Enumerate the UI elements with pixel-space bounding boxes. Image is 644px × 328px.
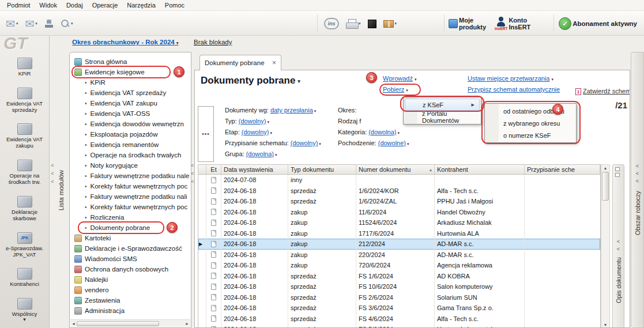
tree-item[interactable]: Kartoteki — [70, 233, 191, 243]
module-item[interactable]: Deklaracje skarbowe — [1, 196, 48, 221]
module-list-tab[interactable]: Lista modułów — [58, 144, 65, 236]
tree-item[interactable]: vendero — [70, 285, 191, 295]
table-row[interactable]: 2024-06-18zakup11/6/2024Handel Obwoźny — [198, 207, 600, 218]
panel-icon[interactable] — [615, 167, 620, 171]
scrollbar-thumb[interactable] — [77, 321, 159, 326]
zatwierdz-schemat-link[interactable]: 1Zatwierdź schemat — [575, 88, 630, 95]
grid-header-cell[interactable]: Numer dokumentu▴ — [356, 165, 435, 174]
opis-dokumentu-tab[interactable]: < < Opis dokumentu — [612, 164, 624, 328]
receive-mail-button[interactable]: ✉ ▾ — [6, 18, 18, 29]
obszar-roboczy-tab[interactable]: < < < Obszar roboczy — [631, 52, 644, 328]
menubar-item[interactable]: Podmiot — [2, 1, 35, 10]
submenu-item[interactable]: z wybranego okresu — [486, 117, 575, 129]
scrollbar-thumb[interactable] — [602, 172, 609, 201]
chevron-down-icon[interactable]: ▾ — [71, 21, 73, 26]
table-row[interactable]: 2024-06-18sprzedażFS 3/6/2024Gama Trans … — [198, 303, 600, 314]
tree-item[interactable]: •Eksploatacja pojazdów — [70, 129, 191, 140]
moje-produkty-button[interactable]: Moje produkty — [449, 17, 488, 31]
cube-button[interactable] — [368, 20, 376, 28]
menu-item[interactable]: z KSeF▶ — [405, 99, 480, 111]
table-row[interactable]: 2024-06-18zakup220/2024AD-MAR s.c. — [198, 250, 600, 261]
table-row[interactable]: 2024-07-08inny — [198, 175, 600, 186]
tree-item[interactable]: Zestawienia — [70, 295, 191, 306]
grid-header-cell[interactable]: Typ dokumentu — [288, 165, 356, 174]
menu-item[interactable]: z Portalu Dokumentów — [405, 111, 480, 123]
tree-item[interactable]: Ochrona danych osobowych — [70, 264, 191, 274]
menubar-item[interactable]: Pomoc — [160, 1, 189, 10]
filter-value-link[interactable]: (dowolny) — [242, 129, 269, 135]
tree-horizontal-scrollbar[interactable]: ◄ ► — [70, 319, 190, 327]
close-icon[interactable]: × — [272, 59, 276, 67]
lock-status-link[interactable]: Brak blokady — [194, 39, 232, 46]
scroll-down-icon[interactable]: ▼ — [604, 323, 608, 327]
filter-value-link[interactable]: (dowolna) — [246, 150, 274, 157]
filter-more-button[interactable]: ••• — [198, 106, 214, 162]
module-item[interactable]: Wspólnicy — [1, 298, 48, 317]
tree-splitter[interactable]: < < < — [190, 163, 195, 184]
package-button[interactable]: ▾ — [383, 20, 397, 28]
tree-item[interactable]: •Ewidencja VAT-OSS — [70, 108, 191, 119]
chevron-down-icon[interactable]: ▾ — [16, 21, 18, 26]
module-item[interactable]: JPKe-Sprawozdaw. JPK_VAT — [1, 232, 48, 258]
module-item[interactable]: Ewidencja VAT zakupu — [1, 123, 48, 149]
print-button[interactable]: ▾ — [346, 19, 361, 28]
tree-item[interactable]: •Ewidencja dowodów wewnętrzn — [70, 119, 191, 129]
grid-header-cell[interactable]: Et — [206, 165, 221, 174]
table-row[interactable]: 2024-06-18sprzedaż1/6/2024/KORAlfa - Tec… — [198, 186, 600, 197]
filter-value-link[interactable]: (dowolny) — [239, 118, 266, 125]
tab-dokumenty-pobrane[interactable]: Dokumenty pobrane × — [199, 55, 281, 70]
table-row[interactable]: 2024-06-18sprzedażFS 4/6/2024Alfa - Tech… — [198, 314, 600, 325]
search-button[interactable]: ▾ — [61, 19, 73, 28]
chevron-down-icon[interactable]: ▾ — [359, 21, 361, 26]
przypisz-schemat-link[interactable]: Przypisz schemat automatycznie — [468, 86, 560, 93]
pobierz-link[interactable]: Pobierz ▾ — [383, 86, 408, 93]
scroll-left-icon[interactable]: ◄ — [71, 322, 76, 326]
table-row[interactable]: 2024-06-18sprzedażFS 5/6/2024Hurtownia k… — [198, 324, 600, 328]
tree-item[interactable]: •Ewidencja VAT sprzedaży — [70, 88, 191, 98]
submenu-item[interactable]: o numerze KSeF — [486, 129, 575, 141]
tree-item[interactable]: •Korekty faktur wewnętrznych poc — [70, 202, 191, 212]
menubar-item[interactable]: Operacje — [88, 1, 123, 10]
grid-header-cell[interactable]: Kontrahent — [435, 165, 525, 174]
grid-vertical-scrollbar[interactable]: ▲ ▼ — [601, 164, 610, 328]
table-row[interactable]: 2024-06-18sprzedaż1/6/2024/ZALPPHU Jaś i… — [198, 196, 600, 207]
module-more-arrow[interactable]: ▼ — [1, 317, 48, 322]
tree-item[interactable]: •Ewidencja remanentów — [70, 140, 191, 150]
table-row[interactable]: 2024-06-18sprzedażFS 10/6/2024Salon komp… — [198, 281, 600, 292]
module-item[interactable]: KPiR — [1, 58, 48, 77]
grid-header-cell[interactable]: Data wystawienia — [221, 165, 288, 174]
konto-insert-button[interactable]: insERT Konto InsERT — [495, 17, 537, 31]
abonament-button[interactable]: ✓ Abonament aktywny — [559, 17, 637, 30]
filter-value-link[interactable]: (dowolny) — [291, 140, 318, 146]
grid-header-cell[interactable]: Przypisanie sche — [525, 165, 600, 174]
table-row[interactable]: 2024-06-18sprzedażFS 1/6/2024AD KOBRA — [198, 271, 600, 282]
tree-item[interactable]: •Noty korygujące — [70, 160, 191, 171]
tree-item[interactable]: Deklaracje i e-Sprawozdawczość — [70, 243, 191, 254]
panel-icon[interactable] — [615, 173, 620, 177]
tree-item[interactable]: Wiadomości SMS — [70, 254, 191, 264]
tree-item[interactable]: Naklejki — [70, 274, 191, 285]
tree-item[interactable]: •Faktury wewnętrzne podatku nali — [70, 191, 191, 202]
module-item[interactable]: Operacje na środkach trw. — [1, 160, 48, 185]
send-mail-button[interactable]: ✉ ▾ — [25, 18, 37, 29]
scroll-up-icon[interactable]: ▲ — [604, 166, 608, 170]
accounting-period-link[interactable]: Okres obrachunkowy - Rok 2024 ▾ — [72, 39, 178, 46]
module-item[interactable]: Ewidencja VAT sprzedaży — [1, 88, 48, 113]
ins-button[interactable]: ins — [324, 18, 339, 29]
module-item[interactable]: Kontrahenci — [1, 268, 48, 287]
table-row[interactable]: ▶2024-06-18zakup212/2024AD-MAR s.c. — [198, 239, 600, 250]
filter-value-link[interactable]: daty przesłania — [270, 107, 313, 114]
tree-item[interactable]: Strona główna — [70, 56, 191, 67]
tree-item[interactable]: •Faktury wewnętrzne podatku nale — [70, 171, 191, 181]
tree-item[interactable]: •Ewidencja VAT zakupu — [70, 98, 191, 108]
menubar-item[interactable]: Widok — [35, 1, 62, 10]
filter-value-link[interactable]: (dowolna) — [368, 129, 396, 135]
module-splitter[interactable]: < < < — [50, 163, 55, 184]
stamp-button[interactable] — [44, 19, 54, 28]
table-row[interactable]: 2024-06-18zakup1717/6/2024Hurtownia ALA — [198, 228, 600, 239]
menubar-item[interactable]: Narzędzia — [122, 1, 160, 10]
table-row[interactable]: 2024-06-18zakup720/6/2024Agencja reklamo… — [198, 260, 600, 271]
filter-value-link[interactable]: (dowolne) — [378, 140, 406, 146]
tree-item[interactable]: •Rozliczenia — [70, 212, 191, 223]
tree-item[interactable]: •Operacje na środkach trwałych — [70, 150, 191, 160]
